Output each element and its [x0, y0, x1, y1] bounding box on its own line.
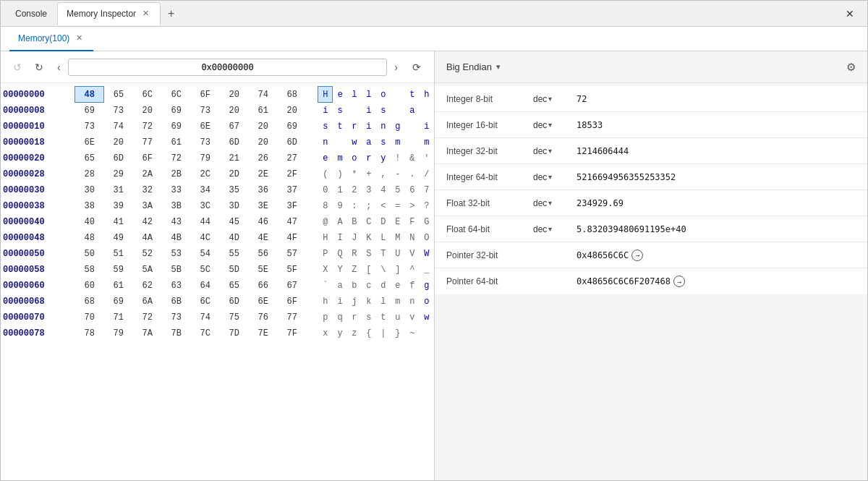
- tab-console[interactable]: Console: [7, 2, 56, 25]
- hex-cell[interactable]: 4F: [278, 230, 307, 246]
- tab-memory-inspector-close[interactable]: ✕: [140, 8, 151, 19]
- hex-cell[interactable]: 47: [278, 214, 307, 230]
- ascii-cell[interactable]: t: [376, 310, 391, 325]
- hex-cell[interactable]: 44: [191, 214, 220, 230]
- ascii-cell[interactable]: R: [347, 246, 362, 262]
- ascii-cell[interactable]: P: [318, 246, 333, 262]
- hex-cell[interactable]: 6F: [133, 150, 162, 166]
- ascii-cell[interactable]: f: [405, 278, 420, 294]
- ascii-cell[interactable]: [333, 135, 347, 150]
- hex-cell[interactable]: 3A: [133, 198, 162, 214]
- ascii-cell[interactable]: i: [420, 119, 434, 135]
- hex-cell[interactable]: 67: [278, 278, 307, 294]
- ascii-cell[interactable]: 5: [391, 182, 405, 198]
- ascii-cell[interactable]: i: [362, 119, 376, 135]
- hex-cell[interactable]: 5E: [249, 262, 278, 278]
- hex-cell[interactable]: 3B: [162, 198, 191, 214]
- hex-cell[interactable]: 66: [249, 278, 278, 294]
- hex-cell[interactable]: 5F: [278, 262, 307, 278]
- ascii-cell[interactable]: o: [420, 294, 434, 310]
- hex-cell[interactable]: 41: [104, 214, 133, 230]
- ascii-cell[interactable]: L: [376, 230, 391, 246]
- hex-cell[interactable]: 65: [75, 150, 104, 166]
- ascii-cell[interactable]: 4: [376, 182, 391, 198]
- ascii-cell[interactable]: ,: [376, 166, 391, 182]
- ascii-cell[interactable]: B: [347, 214, 362, 230]
- ascii-cell[interactable]: {: [362, 325, 376, 341]
- ascii-cell[interactable]: 0: [318, 182, 333, 198]
- undo-button[interactable]: ↺: [9, 59, 25, 75]
- hex-cell[interactable]: 69: [278, 119, 307, 135]
- hex-cell[interactable]: 74: [104, 119, 133, 135]
- ascii-cell[interactable]: 7: [420, 182, 434, 198]
- ascii-cell[interactable]: O: [420, 230, 434, 246]
- hex-cell[interactable]: 61: [104, 278, 133, 294]
- ascii-cell[interactable]: ;: [362, 198, 376, 214]
- hex-cell[interactable]: 7F: [278, 325, 307, 341]
- gear-icon[interactable]: ⚙: [846, 61, 856, 74]
- ascii-cell[interactable]: l: [376, 294, 391, 310]
- ascii-cell[interactable]: s: [333, 103, 347, 119]
- hex-cell[interactable]: 4A: [133, 230, 162, 246]
- ascii-cell[interactable]: m: [391, 135, 405, 150]
- hex-cell[interactable]: 20: [133, 103, 162, 119]
- hex-cell[interactable]: 36: [249, 182, 278, 198]
- ascii-cell[interactable]: *: [347, 166, 362, 182]
- ascii-cell[interactable]: q: [333, 310, 347, 325]
- ascii-cell[interactable]: +: [362, 166, 376, 182]
- ascii-cell[interactable]: t: [333, 119, 347, 135]
- ascii-cell[interactable]: y: [376, 150, 391, 166]
- hex-cell[interactable]: 67: [220, 119, 249, 135]
- hex-cell[interactable]: 69: [162, 103, 191, 119]
- ascii-cell[interactable]: I: [333, 230, 347, 246]
- hex-cell[interactable]: 69: [75, 103, 104, 119]
- ascii-cell[interactable]: [420, 103, 434, 119]
- hex-cell[interactable]: 46: [249, 214, 278, 230]
- hex-cell[interactable]: 48: [75, 230, 104, 246]
- ascii-cell[interactable]: i: [318, 103, 333, 119]
- hex-cell[interactable]: 21: [220, 150, 249, 166]
- hex-cell[interactable]: 61: [249, 103, 278, 119]
- hex-cell[interactable]: 79: [104, 325, 133, 341]
- ascii-cell[interactable]: a: [362, 135, 376, 150]
- hex-cell[interactable]: 6D: [220, 294, 249, 310]
- hex-cell[interactable]: 65: [220, 278, 249, 294]
- hex-cell[interactable]: 6C: [162, 87, 191, 103]
- ascii-cell[interactable]: H: [318, 87, 333, 103]
- ascii-cell[interactable]: m: [420, 135, 434, 150]
- ascii-cell[interactable]: X: [318, 262, 333, 278]
- hex-cell[interactable]: 6F: [278, 294, 307, 310]
- hex-cell[interactable]: 38: [75, 198, 104, 214]
- hex-cell[interactable]: 59: [104, 262, 133, 278]
- ascii-cell[interactable]: Y: [333, 262, 347, 278]
- hex-cell[interactable]: 6D: [220, 135, 249, 150]
- ascii-cell[interactable]: [391, 87, 405, 103]
- hex-cell[interactable]: 6D: [278, 135, 307, 150]
- ascii-cell[interactable]: o: [376, 87, 391, 103]
- inspector-format-int16[interactable]: dec ▾: [533, 120, 576, 130]
- hex-cell[interactable]: 58: [75, 262, 104, 278]
- ascii-cell[interactable]: N: [405, 230, 420, 246]
- redo-button[interactable]: ↻: [31, 59, 47, 75]
- ascii-cell[interactable]: |: [376, 325, 391, 341]
- nav-right-button[interactable]: ›: [390, 59, 402, 75]
- hex-cell[interactable]: 77: [133, 135, 162, 150]
- hex-cell[interactable]: 55: [220, 246, 249, 262]
- ascii-cell[interactable]: S: [362, 246, 376, 262]
- ascii-cell[interactable]: h: [318, 294, 333, 310]
- ascii-cell[interactable]: -: [391, 166, 405, 182]
- ascii-cell[interactable]: G: [420, 214, 434, 230]
- hex-cell[interactable]: 79: [191, 150, 220, 166]
- hex-cell[interactable]: 3D: [220, 198, 249, 214]
- ascii-cell[interactable]: A: [333, 214, 347, 230]
- ascii-cell[interactable]: >: [405, 198, 420, 214]
- ascii-cell[interactable]: E: [391, 214, 405, 230]
- hex-cell[interactable]: 69: [104, 294, 133, 310]
- ascii-cell[interactable]: ~: [405, 325, 420, 341]
- hex-cell[interactable]: 2E: [249, 166, 278, 182]
- ascii-cell[interactable]: [420, 325, 434, 341]
- ascii-cell[interactable]: 6: [405, 182, 420, 198]
- hex-cell[interactable]: 71: [104, 310, 133, 325]
- ascii-cell[interactable]: T: [376, 246, 391, 262]
- ascii-cell[interactable]: i: [362, 103, 376, 119]
